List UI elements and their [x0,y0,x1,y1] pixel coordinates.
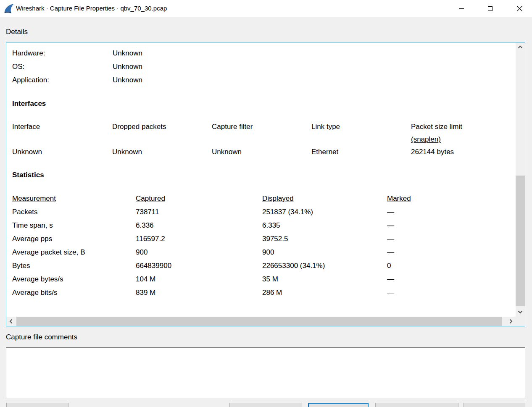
column-header-dropped-packets: Dropped packets [112,121,212,133]
stat-cell: 839 M [136,286,262,299]
stat-cell: 900 [262,246,387,259]
details-pane: Hardware: Unknown OS: Unknown Applicatio… [6,42,525,326]
stat-cell: — [387,205,516,219]
minimize-icon [459,8,464,9]
stat-cell: — [387,286,516,299]
stat-cell: 738711 [136,205,262,219]
minimize-button[interactable] [451,0,471,17]
capture-file-comments-label: Capture file comments [6,333,77,341]
stat-cell: 39752.5 [262,232,387,246]
stat-cell: 6.336 [136,219,262,232]
scroll-left-button[interactable] [6,317,16,326]
property-value: Unknown [113,74,516,87]
statistics-table: Measurement Captured Displayed Marked Pa… [12,192,516,299]
column-header-captured: Captured [136,192,262,205]
stat-cell: 35 M [262,273,387,286]
stat-cell: 6.335 [262,219,387,232]
column-header-link-type: Link type [311,121,411,133]
help-button[interactable] [464,403,525,407]
details-content: Hardware: Unknown OS: Unknown Applicatio… [6,42,516,317]
scroll-down-button[interactable] [516,307,525,317]
wireshark-logo-icon [3,3,15,14]
horizontal-scrollbar[interactable] [6,317,516,326]
column-header-interface: Interface [12,121,112,133]
stat-cell: — [387,273,516,286]
maximize-icon [488,6,492,11]
save-comments-button[interactable] [229,403,302,407]
stat-cell: Average bytes/s [12,273,136,286]
property-value: Unknown [113,47,516,60]
chevron-up-icon [518,45,523,49]
stat-cell: Bytes [12,259,136,273]
stat-cell: — [387,246,516,259]
stat-cell: Average pps [12,232,136,246]
column-header-displayed: Displayed [262,192,387,205]
stat-cell: — [387,232,516,246]
chevron-right-icon [509,319,513,324]
property-label: OS: [12,60,113,74]
stat-cell: — [387,219,516,232]
stat-cell: 116597.2 [136,232,262,246]
property-value: Unknown [113,60,516,74]
vertical-scrollbar[interactable] [516,42,525,317]
stat-cell: Time span, s [12,219,136,232]
column-header-measurement: Measurement [12,192,136,205]
close-dialog-button[interactable] [308,403,369,407]
close-window-button[interactable] [510,0,529,17]
interfaces-heading: Interfaces [12,97,516,110]
column-header-packet-size-limit: Packet size limit (snaplen) [411,121,516,146]
stat-cell: 251837 (34.1%) [262,205,387,219]
stat-cell: 900 [136,246,262,259]
property-label: Hardware: [12,47,113,60]
stat-cell: Packets [12,205,136,219]
interface-cell: Unknown [12,146,112,158]
scroll-right-button[interactable] [506,317,516,326]
scroll-up-button[interactable] [516,42,525,52]
stat-cell: Average packet size, B [12,246,136,259]
details-label: Details [6,28,28,36]
statistics-heading: Statistics [12,168,516,182]
property-label: Application: [12,74,113,87]
stat-cell: 664839900 [136,259,262,273]
capture-file-comments-input[interactable] [6,347,525,398]
interfaces-table: Interface Dropped packets Capture filter… [12,121,516,158]
interface-cell: Unknown [112,146,212,158]
maximize-button[interactable] [480,0,500,17]
chevron-left-icon [9,319,13,324]
copy-to-clipboard-button[interactable] [375,403,458,407]
window-title: Wireshark · Capture File Properties · qb… [16,0,167,17]
interface-cell: Unknown [212,146,311,158]
close-icon [516,5,523,12]
stat-cell: 104 M [136,273,262,286]
file-properties-table: Hardware: Unknown OS: Unknown Applicatio… [12,47,516,87]
refresh-button[interactable] [6,403,68,407]
stat-cell: 286 M [262,286,387,299]
interface-cell: 262144 bytes [411,146,516,158]
stat-cell: 226653300 (34.1%) [262,259,387,273]
scrollbar-corner [516,317,525,326]
horizontal-scrollbar-thumb[interactable] [16,317,502,326]
stat-cell: Average bits/s [12,286,136,299]
vertical-scrollbar-thumb[interactable] [516,176,525,306]
column-header-capture-filter: Capture filter [212,121,311,133]
chevron-down-icon [518,310,523,314]
interface-cell: Ethernet [311,146,411,158]
stat-cell: 0 [387,259,516,273]
column-header-marked: Marked [387,192,516,205]
titlebar[interactable]: Wireshark · Capture File Properties · qb… [0,0,532,17]
